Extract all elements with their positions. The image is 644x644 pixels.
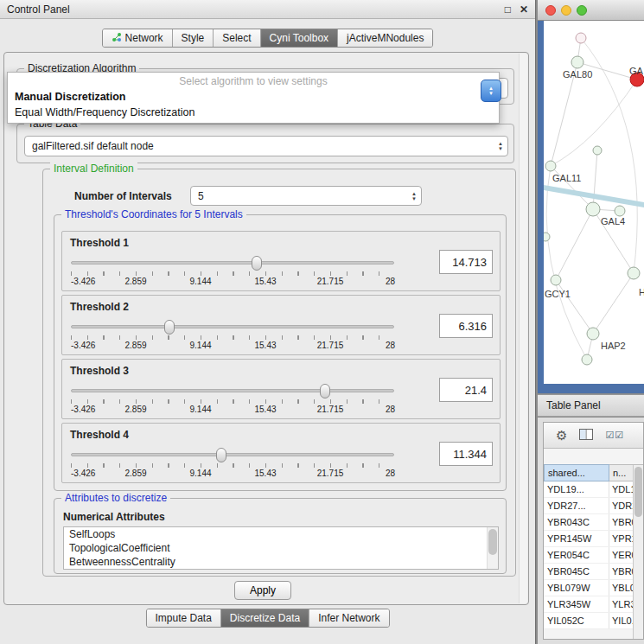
column-header-shared-name[interactable]: shared... <box>544 464 609 481</box>
cell-name: YBL0... <box>609 580 633 596</box>
table-row[interactable]: YBL079W YBL0... <box>544 580 633 596</box>
slider-track[interactable] <box>71 325 394 328</box>
scale-label: 28 <box>386 405 395 414</box>
close-icon[interactable]: ✕ <box>520 3 528 16</box>
tab-impute-data[interactable]: Impute Data <box>146 609 220 627</box>
cell-name: YBR0... <box>609 564 633 579</box>
table-data-dropdown[interactable]: galFiltered.sif default node ▲▼ <box>24 136 508 156</box>
columns-icon[interactable] <box>579 429 593 443</box>
algorithm-dropdown-button[interactable]: ▲ ▼ <box>481 80 501 102</box>
scale-label: 9.144 <box>189 341 211 350</box>
threshold-1-value-field[interactable]: 14.713 <box>439 250 493 274</box>
slider-thumb[interactable] <box>252 256 262 271</box>
minimize-traffic-light-icon[interactable] <box>561 5 571 16</box>
threshold-label: Threshold 1 <box>70 237 129 249</box>
threshold-3-value-field[interactable]: 21.4 <box>439 378 493 402</box>
network-node-gal11[interactable] <box>545 161 556 171</box>
list-item[interactable]: TopologicalCoefficient <box>64 541 498 555</box>
scale-label: 21.715 <box>317 469 344 478</box>
table-row[interactable]: YLR345W YLR3... <box>544 596 633 613</box>
network-node[interactable] <box>582 354 592 365</box>
number-of-intervals-label: Number of Intervals <box>74 190 172 202</box>
algorithm-option-equal-width[interactable]: Equal Width/Frequency Discretization <box>8 105 499 120</box>
network-node[interactable] <box>628 267 640 279</box>
tab-cyni-toolbox[interactable]: Cyni Toolbox <box>261 29 338 47</box>
threshold-row-1: Threshold 1 -3.426 2.859 9.144 15.43 21.… <box>61 231 501 291</box>
list-item[interactable]: BetweennessCentrality <box>64 555 498 569</box>
tab-label: Network <box>125 32 163 44</box>
scale-label: -3.426 <box>71 405 95 414</box>
slider-track[interactable] <box>71 389 394 392</box>
threshold-2-value-field[interactable]: 6.316 <box>439 314 493 338</box>
cell-shared-name: YBR045C <box>544 564 609 579</box>
table-panel-header: Table Panel <box>538 394 644 417</box>
network-edge <box>593 273 634 334</box>
network-node[interactable] <box>593 146 602 155</box>
table-row[interactable]: YDR27... YDR2... <box>544 498 633 514</box>
table-row[interactable]: YBR045C YBR0... <box>544 564 633 580</box>
table-row[interactable]: YDL19... YDL1... <box>544 481 633 498</box>
slider-track[interactable] <box>71 453 394 456</box>
network-window-titlebar <box>538 0 644 21</box>
threshold-4-value-field[interactable]: 11.344 <box>439 442 493 466</box>
network-canvas[interactable]: GAL80 GA GAL11 GAL4 GCY1 H HAP2 <box>544 21 644 384</box>
table-scrollbar-thumb[interactable] <box>634 467 642 517</box>
table-row[interactable]: YBR043C YBR0... <box>544 514 633 531</box>
tab-jactivemnodules[interactable]: jActiveMNodules <box>338 29 432 47</box>
scale-label: 21.715 <box>317 341 344 350</box>
slider-ticks <box>71 271 395 276</box>
table-row[interactable]: YPR145W YPR1... <box>544 531 633 547</box>
number-of-intervals-dropdown[interactable]: 5 ▲▼ <box>190 186 422 206</box>
network-node[interactable] <box>615 206 625 216</box>
toolbar-spacer <box>544 449 643 464</box>
table-row[interactable]: YER054C YER0... <box>544 547 633 564</box>
slider-thumb[interactable] <box>320 384 330 399</box>
zoom-traffic-light-icon[interactable] <box>577 5 587 16</box>
network-node-gal4[interactable] <box>586 202 600 216</box>
cell-name: YDL1... <box>609 481 633 497</box>
slider-thumb[interactable] <box>216 448 226 462</box>
algorithm-option-manual[interactable]: Manual Discretization <box>8 89 499 105</box>
node-label-cut: GA <box>629 66 644 76</box>
bottom-tab-bar: Impute Data Discretize Data Infer Networ… <box>145 609 389 628</box>
gear-icon[interactable]: ⚙ <box>556 428 567 443</box>
numerical-attributes-list[interactable]: SelfLoops TopologicalCoefficient Between… <box>63 526 499 570</box>
network-node-gcy1[interactable] <box>551 275 561 285</box>
list-item[interactable]: SelfLoops <box>64 527 498 541</box>
tab-network[interactable]: Network <box>103 29 173 47</box>
tab-infer-network[interactable]: Infer Network <box>309 609 388 627</box>
scale-label: 9.144 <box>189 405 211 414</box>
node-label-gal11: GAL11 <box>552 173 581 183</box>
network-node-gal80[interactable] <box>571 56 583 68</box>
list-scrollbar[interactable] <box>487 527 498 569</box>
table-row[interactable]: YIL052C YIL0... <box>544 613 633 629</box>
control-panel-scrollbar[interactable] <box>519 54 527 603</box>
float-window-icon[interactable]: □ <box>505 3 511 16</box>
apply-button[interactable]: Apply <box>234 581 291 600</box>
tab-style[interactable]: Style <box>173 29 214 47</box>
network-icon <box>112 32 122 45</box>
network-node-hap2[interactable] <box>587 328 599 340</box>
dropdown-arrows-icon: ▲▼ <box>411 191 417 201</box>
select-rows-checkboxes-icon[interactable]: ☑☑ <box>605 430 624 441</box>
tab-select[interactable]: Select <box>214 29 260 47</box>
tab-discretize-data[interactable]: Discretize Data <box>221 609 309 627</box>
threshold-label: Threshold 4 <box>70 429 129 441</box>
table-scrollbar[interactable] <box>633 465 643 639</box>
cell-name: YPR1... <box>609 531 633 546</box>
slider-thumb[interactable] <box>164 320 175 335</box>
node-label-cut: H <box>639 287 644 297</box>
slider-track[interactable] <box>71 261 394 265</box>
scale-label: 2.859 <box>124 405 146 414</box>
scale-label: 15.43 <box>254 341 276 350</box>
network-node[interactable] <box>544 233 550 241</box>
scale-label: -3.426 <box>71 469 95 478</box>
list-scrollbar-thumb[interactable] <box>488 529 497 555</box>
attributes-to-discretize-group: Attributes to discretize Numerical Attri… <box>54 498 507 574</box>
control-panel-titlebar: Control Panel □ ✕ <box>0 0 535 19</box>
network-node[interactable] <box>576 33 586 43</box>
cell-shared-name: YBL079W <box>544 580 609 596</box>
table-panel-toolbar: ⚙ ☑☑ <box>544 423 643 449</box>
table-data-selected-value: galFiltered.sif default node <box>32 140 154 152</box>
close-traffic-light-icon[interactable] <box>545 5 556 16</box>
